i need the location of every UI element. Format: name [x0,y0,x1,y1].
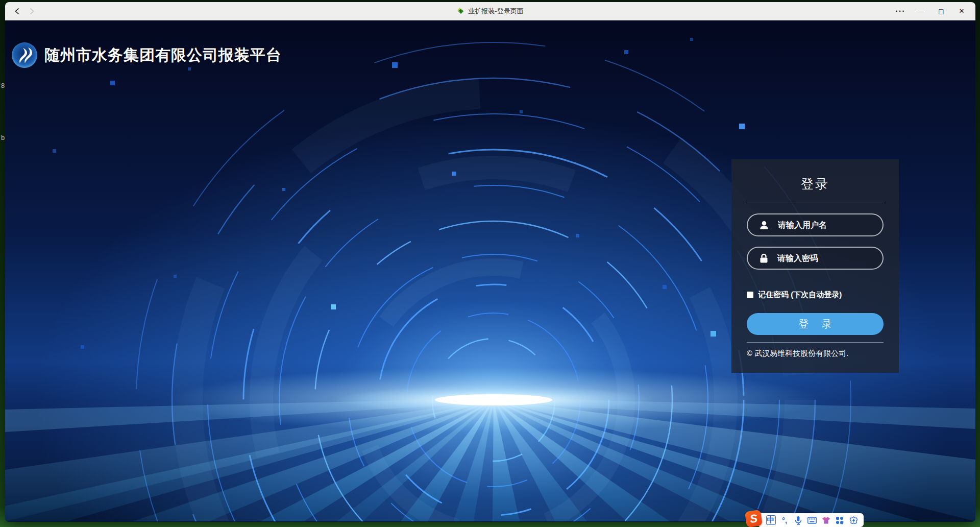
ime-bar: 中 °, [758,513,864,527]
gear-icon [849,516,858,524]
password-field[interactable] [747,247,884,270]
brand-title: 随州市水务集团有限公司报装平台 [44,45,282,66]
user-icon [759,220,769,230]
browser-window: 业扩报装-登录页面 ··· — □ ✕ [5,2,975,522]
ime-voice-button[interactable] [793,515,803,525]
ime-settings-button[interactable] [848,515,859,525]
copyright-text: © 武汉易维科技股份有限公司. [747,349,884,358]
page-title: 业扩报装-登录页面 [468,7,523,16]
punctuation-mode-icon: °, [782,516,787,524]
sogou-logo-icon[interactable]: S [745,510,763,527]
ime-language-mode-button[interactable]: 中 [766,515,776,525]
login-page: 随州市水务集团有限公司报装平台 登录 [5,20,975,521]
toolbox-grid-icon [836,516,844,524]
skin-shirt-icon [822,516,830,524]
username-field[interactable] [747,213,884,236]
forward-button[interactable] [24,4,39,18]
password-input[interactable] [777,254,889,263]
desktop-text-fragment: b [1,134,5,141]
browser-titlebar: 业扩报装-登录页面 ··· — □ ✕ [5,2,975,20]
more-options-button[interactable]: ··· [892,4,909,18]
back-arrow-icon [14,8,21,15]
maximize-button[interactable]: □ [933,4,950,18]
remember-checkbox[interactable] [747,292,753,298]
ime-toolbox-button[interactable] [835,515,845,525]
ime-skin-button[interactable] [821,515,831,525]
chinese-mode-icon: 中 [766,515,776,525]
microphone-icon [795,516,802,525]
back-button[interactable] [10,4,24,18]
desktop-text-fragment: 8 [1,82,5,89]
ime-punctuation-button[interactable]: °, [779,515,790,525]
login-panel: 登录 记住密码 (下次自动登录) 登 录 [731,159,899,373]
forward-arrow-icon [28,8,35,15]
ime-toolbar: S 中 °, [746,510,864,527]
close-button[interactable]: ✕ [953,4,970,18]
ime-keyboard-button[interactable] [807,515,817,525]
minimize-button[interactable]: — [912,4,929,18]
login-heading: 登录 [747,176,884,193]
company-logo-icon [11,42,38,68]
login-button[interactable]: 登 录 [747,313,884,335]
titlebar-center: 业扩报装-登录页面 [5,2,975,20]
page-favicon-icon [457,7,464,15]
username-input[interactable] [778,221,890,230]
panel-divider [747,203,884,203]
keyboard-icon [807,517,817,524]
remember-row: 记住密码 (下次自动登录) [747,290,884,300]
brand-header: 随州市水务集团有限公司报装平台 [11,42,282,68]
panel-divider [747,342,884,343]
remember-label: 记住密码 (下次自动登录) [758,290,842,300]
window-controls: ··· — □ ✕ [892,4,975,18]
lock-icon [759,253,769,264]
